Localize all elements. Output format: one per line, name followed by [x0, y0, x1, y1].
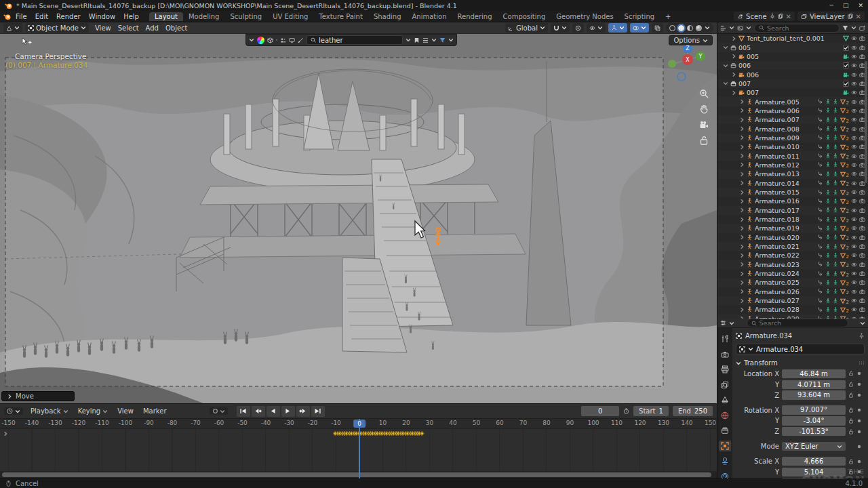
hide-viewport-icon[interactable] [851, 89, 857, 96]
unlink-scene-icon[interactable]: ✕ [786, 13, 791, 20]
animate-dot-icon[interactable] [856, 371, 862, 376]
disable-render-icon[interactable] [859, 252, 865, 258]
disable-render-icon[interactable] [859, 225, 865, 231]
people-icon[interactable] [280, 37, 286, 43]
display-mode-icon[interactable] [720, 25, 726, 31]
filter-display-icon[interactable] [737, 25, 743, 31]
new-collection-icon[interactable] [859, 25, 865, 31]
navigation-gizmo[interactable]: Z Y X [663, 41, 706, 85]
hide-viewport-icon[interactable] [851, 298, 857, 304]
jump-to-start-button[interactable] [237, 406, 250, 417]
outliner-row[interactable]: Armature.0272 [717, 296, 868, 305]
outliner-row[interactable]: Armature.0112 [717, 151, 868, 160]
hide-viewport-icon[interactable] [851, 270, 857, 277]
outliner-row[interactable]: Armature.0062 [717, 106, 868, 115]
screen-icon[interactable] [289, 37, 295, 43]
tab-shading[interactable]: Shading [368, 12, 407, 21]
pan-hand-icon[interactable] [699, 104, 709, 114]
hide-viewport-icon[interactable] [851, 252, 857, 258]
properties-tab-render[interactable] [719, 349, 731, 360]
outliner-row[interactable]: Armature.0262 [717, 287, 868, 296]
playhead[interactable] [359, 419, 360, 479]
hide-viewport-icon[interactable] [851, 189, 857, 195]
hide-viewport-icon[interactable] [851, 289, 857, 295]
animate-dot-icon[interactable] [856, 469, 862, 474]
outliner-row[interactable]: Armature.0172 [717, 206, 868, 215]
animate-dot-icon[interactable] [856, 444, 862, 449]
animate-dot-icon[interactable] [856, 429, 862, 434]
disable-render-icon[interactable] [859, 279, 865, 285]
properties-tab-output[interactable] [719, 364, 731, 375]
transform-value-field[interactable]: 4.666 [782, 457, 846, 466]
playhead-frame-badge[interactable]: 0 [353, 420, 366, 428]
tab-animation[interactable]: Animation [407, 12, 452, 21]
tab-rendering[interactable]: Rendering [452, 12, 497, 21]
outliner-row[interactable]: Armature.0122 [717, 161, 868, 169]
previous-keyframe-button[interactable] [252, 406, 265, 417]
outliner-search-input[interactable] [767, 24, 835, 32]
gizmos-toggle[interactable] [608, 23, 627, 33]
hide-viewport-icon[interactable] [851, 198, 857, 204]
jump-to-end-button[interactable] [311, 406, 325, 417]
chevron-down-icon[interactable] [860, 321, 865, 326]
transform-value-field[interactable]: 46.84 m [782, 369, 846, 379]
lock-icon[interactable] [848, 371, 854, 376]
properties-tab-world[interactable] [719, 410, 731, 421]
overlays-toggle[interactable] [630, 23, 649, 33]
outliner-row[interactable]: Armature.0202 [717, 233, 868, 242]
lock-icon[interactable] [848, 382, 854, 387]
outliner-row[interactable]: 007 [717, 88, 868, 97]
outliner-row[interactable]: Tent_tutorial_tent_0.001 [717, 34, 868, 43]
shading-sphere-icon[interactable] [276, 39, 277, 41]
outliner-row[interactable]: Armature.0102 [717, 142, 868, 151]
hide-viewport-icon[interactable] [851, 135, 857, 141]
outliner-row[interactable]: 005 [717, 52, 868, 61]
properties-tab-view-layer[interactable] [719, 380, 731, 390]
hide-viewport-icon[interactable] [851, 162, 857, 168]
hide-viewport-icon[interactable] [851, 144, 857, 150]
zoom-view-icon[interactable] [699, 89, 709, 98]
operator-panel-move[interactable]: Move [1, 391, 75, 401]
color-wheel-icon[interactable] [257, 37, 264, 44]
outliner-row[interactable]: Armature.0162 [717, 197, 868, 205]
menu-edit[interactable]: Edit [31, 12, 52, 21]
current-frame-field[interactable]: 0 [581, 406, 619, 416]
animate-dot-icon[interactable] [856, 459, 862, 464]
outliner-row[interactable]: 006 [717, 61, 868, 70]
hide-viewport-icon[interactable] [851, 81, 857, 87]
lock-icon[interactable] [848, 429, 854, 434]
chevron-down-icon[interactable] [851, 25, 856, 30]
outliner-row[interactable]: 006 [717, 70, 868, 79]
timeline-menu-marker[interactable]: Marker [139, 407, 171, 415]
hide-viewport-icon[interactable] [851, 306, 857, 312]
maximize-button[interactable]: □ [843, 2, 849, 9]
lock-icon[interactable] [848, 392, 854, 398]
properties-tab-physics[interactable] [719, 471, 731, 479]
filter-funnel-icon[interactable] [842, 25, 848, 31]
object-name-field[interactable]: Armature.034 [736, 344, 865, 354]
proportional-edit-toggle[interactable] [572, 23, 584, 33]
xray-toggle[interactable] [652, 23, 663, 33]
outliner-row[interactable]: Armature.0072 [717, 115, 868, 124]
properties-editor-icon[interactable] [720, 320, 726, 326]
toggle-view-lock-icon[interactable] [699, 136, 709, 145]
scene-selector[interactable]: Scene ✕ [734, 12, 795, 21]
mode-selector[interactable]: Object Mode [25, 23, 89, 33]
chevron-down-icon[interactable] [406, 37, 411, 43]
transform-value-field[interactable]: -3.04° [782, 416, 846, 426]
orientation-selector[interactable]: Global [505, 23, 548, 33]
options-button[interactable]: Options [669, 35, 713, 45]
disable-render-icon[interactable] [859, 298, 865, 304]
new-scene-icon[interactable] [778, 14, 783, 19]
brush-icon[interactable] [298, 37, 304, 43]
disable-render-icon[interactable] [859, 235, 865, 241]
transform-value-field[interactable]: 5.104 [782, 468, 846, 477]
outliner-row[interactable]: Armature.0212 [717, 242, 868, 251]
disable-render-icon[interactable] [859, 35, 865, 41]
hide-viewport-icon[interactable] [851, 171, 857, 177]
disable-render-icon[interactable] [859, 198, 865, 204]
minimize-button[interactable]: ─ [830, 2, 833, 9]
viewport-3d[interactable]: Object Mode ViewSelectAddObject Global [0, 22, 717, 403]
bookmark-icon[interactable] [414, 37, 420, 43]
tab-sculpting[interactable]: Sculpting [224, 12, 267, 21]
